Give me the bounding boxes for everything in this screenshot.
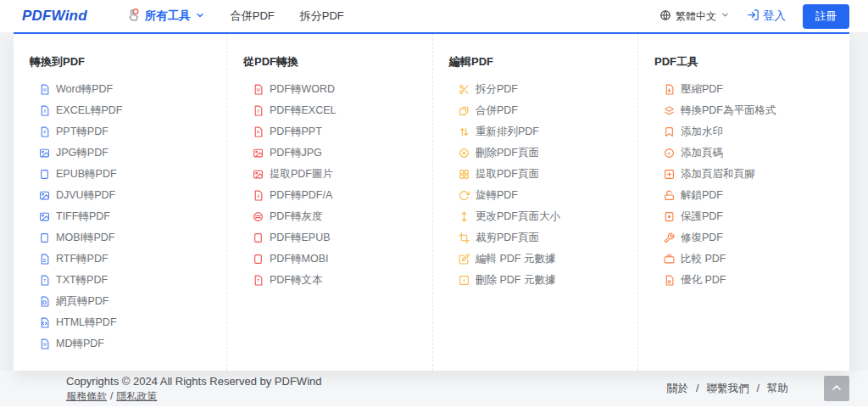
menu-item[interactable]: WWord轉PDF [30, 79, 226, 100]
footer-left: Copyrights © 2024 All Rights Reserved by… [66, 374, 321, 403]
menu-item[interactable]: TPDF轉文本 [243, 270, 432, 291]
file-word-icon: W [252, 84, 264, 96]
menu-item[interactable]: 壓縮PDF [654, 79, 849, 100]
menu-item-label: 添加頁眉和頁腳 [681, 167, 755, 182]
svg-text:W: W [256, 88, 260, 92]
menu-item[interactable]: MOBI轉PDF [30, 227, 226, 249]
menu-item-label: PDF轉PPT [270, 125, 322, 139]
menu-item[interactable]: JPG轉PDF [30, 142, 226, 164]
nav-link-split-pdf[interactable]: 拆分PDF [300, 8, 344, 24]
menu-item-label: 添加水印 [681, 125, 723, 139]
menu-item[interactable]: 重新排列PDF [449, 121, 637, 142]
protect-icon [663, 211, 675, 223]
file-excel-icon: X [38, 105, 50, 117]
menu-item[interactable]: 解鎖PDF [654, 185, 849, 206]
login-button[interactable]: 登入 [747, 8, 786, 24]
menu-item[interactable]: RTF轉PDF [30, 249, 226, 270]
svg-text:A: A [257, 194, 260, 198]
menu-item[interactable]: 合併PDF [449, 100, 637, 121]
nav-link-merge-pdf[interactable]: 合併PDF [231, 8, 275, 24]
menu-item-label: 旋轉PDF [476, 188, 518, 203]
contact-link[interactable]: 聯繫我們 [707, 382, 749, 396]
navbar-right: 繁體中文 登入 註冊 [659, 4, 849, 29]
menu-item[interactable]: 添加頁眉和頁腳 [654, 164, 849, 185]
svg-text:T: T [257, 279, 259, 283]
register-button[interactable]: 註冊 [803, 4, 849, 29]
menu-item[interactable]: XPDF轉EXCEL [243, 100, 432, 121]
menu-item[interactable]: 提取PDF頁面 [449, 164, 637, 185]
compare-icon [663, 254, 675, 265]
menu-column-edit-pdf: 編輯PDF 拆分PDF合併PDF重新排列PDF刪除PDF頁面提取PDF頁面旋轉P… [433, 34, 638, 371]
footer: Copyrights © 2024 All Rights Reserved by… [0, 371, 868, 406]
column-header: 轉換到PDF [30, 47, 226, 75]
file-image-icon [252, 169, 264, 181]
menu-item[interactable]: 添加水印 [654, 121, 849, 142]
menu-item[interactable]: TIFF轉PDF [30, 206, 226, 227]
menu-item[interactable]: 比較 PDF [654, 249, 849, 270]
menu-item-label: 裁剪PDF頁面 [476, 231, 539, 245]
menu-item-label: 拆分PDF [476, 82, 518, 97]
file-image-icon [38, 211, 50, 223]
menu-item[interactable]: 優化 PDF [654, 270, 849, 291]
menu-item[interactable]: 4添加頁碼 [654, 142, 849, 164]
file-text-icon: T [38, 275, 50, 287]
menu-item[interactable]: PDF轉MOBI [243, 249, 432, 270]
menu-item[interactable]: HTML轉PDF [30, 312, 226, 333]
menu-item[interactable]: 編輯 PDF 元數據 [449, 249, 637, 270]
menu-item-label: EXCEL轉PDF [56, 103, 123, 118]
file-image-icon [252, 148, 264, 159]
menu-item-label: 解鎖PDF [681, 188, 723, 203]
column-header: 編輯PDF [449, 47, 637, 75]
help-link[interactable]: 幫助 [767, 382, 788, 396]
plus-square-icon [663, 169, 675, 181]
menu-item[interactable]: EPUB轉PDF [30, 164, 226, 185]
menu-item[interactable]: 拆分PDF [449, 79, 637, 100]
svg-text:T: T [43, 279, 46, 283]
menu-item[interactable]: 轉換PDF為平面格式 [654, 100, 849, 121]
menu-item-label: 保護PDF [681, 210, 723, 224]
copyright-text: Copyrights © 2024 All Rights Reserved by… [66, 374, 321, 389]
menu-item-label: 提取PDF頁面 [476, 167, 539, 182]
menu-item-label: 修復PDF [681, 231, 723, 245]
flatten-layers-icon [663, 105, 675, 117]
terms-link[interactable]: 服務條款 [66, 390, 107, 402]
menu-item[interactable]: 旋轉PDF [449, 185, 637, 206]
privacy-link[interactable]: 隱私政策 [116, 390, 157, 402]
menu-item-list: 拆分PDF合併PDF重新排列PDF刪除PDF頁面提取PDF頁面旋轉PDF更改PD… [449, 79, 637, 291]
menu-item[interactable]: 裁剪PDF頁面 [449, 227, 637, 249]
column-header: PDF工具 [654, 47, 849, 75]
menu-item-label: 合併PDF [476, 103, 518, 118]
menu-item[interactable]: PDF轉EPUB [243, 227, 432, 249]
menu-item[interactable]: 提取PDF圖片 [243, 164, 432, 185]
menu-item[interactable]: WPDF轉WORD [243, 79, 432, 100]
all-tools-menu-button[interactable]: 所有工具 [126, 8, 205, 25]
svg-text:P: P [43, 131, 46, 135]
language-selector[interactable]: 繁體中文 [659, 9, 730, 24]
menu-item[interactable]: APDF轉PDF/A [243, 185, 432, 206]
menu-column-convert-to-pdf: 轉換到PDF WWord轉PDFXEXCEL轉PDFPPPT轉PDFJPG轉PD… [14, 34, 227, 371]
menu-item[interactable]: PPDF轉PPT [243, 121, 432, 142]
menu-item[interactable]: MMD轉PDF [30, 333, 226, 355]
menu-item[interactable]: 刪除 PDF 元數據 [449, 270, 637, 291]
menu-item-label: 提取PDF圖片 [270, 167, 333, 182]
menu-item[interactable]: 更改PDF頁面大小 [449, 206, 637, 227]
separator: / [110, 390, 113, 402]
menu-item[interactable]: DJVU轉PDF [30, 185, 226, 206]
menu-item[interactable]: 網頁轉PDF [30, 291, 226, 312]
dot-square-icon [458, 275, 470, 287]
menu-item[interactable]: TTXT轉PDF [30, 270, 226, 291]
menu-item[interactable]: XEXCEL轉PDF [30, 100, 226, 121]
menu-item[interactable]: 刪除PDF頁面 [449, 142, 637, 164]
menu-item[interactable]: 修復PDF [654, 227, 849, 249]
logo[interactable]: PDFWind [22, 8, 87, 25]
optimize-icon [663, 275, 675, 287]
about-link[interactable]: 關於 [667, 382, 688, 396]
menu-item[interactable]: 保護PDF [654, 206, 849, 227]
delete-circle-icon [458, 148, 470, 159]
menu-item[interactable]: PPPT轉PDF [30, 121, 226, 142]
footer-right: 關於 / 聯繫我們 / 幫助 [667, 376, 849, 401]
menu-item[interactable]: PDF轉JPG [243, 142, 432, 164]
scroll-to-top-button[interactable] [824, 376, 849, 401]
menu-item[interactable]: PDF轉灰度 [243, 206, 432, 227]
book-icon [38, 169, 50, 181]
